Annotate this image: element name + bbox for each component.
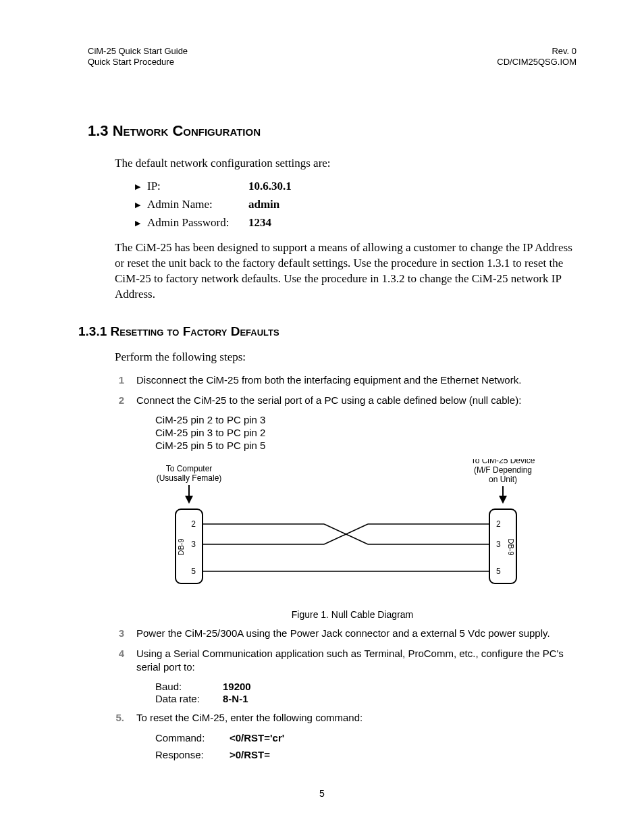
fig-pin: 5 bbox=[191, 567, 196, 576]
triangle-icon: ▶ bbox=[135, 183, 140, 190]
pin-line: CiM-25 pin 5 to PC pin 5 bbox=[155, 440, 576, 452]
step-number: 1 bbox=[115, 373, 124, 387]
steps-list: 1 Disconnect the CiM-25 from both the in… bbox=[115, 373, 576, 408]
serial-row: Baud: 19200 bbox=[155, 681, 576, 692]
step-item: 2 Connect the CiM-25 to the serial port … bbox=[115, 394, 576, 407]
section-body: The default network configuration settin… bbox=[115, 156, 576, 303]
step-item: 4 Using a Serial Communication applicati… bbox=[115, 647, 576, 675]
defaults-list: ▶ IP: 10.6.30.1 ▶ Admin Name: admin ▶ Ad… bbox=[135, 179, 576, 231]
fig-pin: 5 bbox=[496, 567, 501, 576]
fig-left-label-2: (Ususally Female) bbox=[157, 473, 222, 483]
default-value: admin bbox=[248, 197, 279, 213]
section-number: 1.3 bbox=[88, 122, 109, 139]
fig-left-label-1: To Computer bbox=[166, 464, 213, 473]
svg-marker-3 bbox=[499, 496, 507, 504]
header-right-line2: CD/CIM25QSG.IOM bbox=[497, 57, 576, 67]
subsection-intro: Perform the following steps: bbox=[115, 350, 576, 365]
steps-list-cont2: 5. To reset the CiM-25, enter the follow… bbox=[115, 711, 576, 725]
serial-settings-block: Baud: 19200 Data rate: 8-N-1 bbox=[155, 681, 576, 704]
fig-right-label-2: (M/F Depending bbox=[474, 465, 532, 475]
section-paragraph: The CiM-25 has been designed to support … bbox=[115, 240, 576, 303]
command-label: Command: bbox=[155, 732, 230, 744]
null-cable-diagram: To Computer (Ususally Female) To CiM-25 … bbox=[128, 459, 547, 594]
subsection-body: Perform the following steps: bbox=[115, 350, 576, 365]
serial-value: 19200 bbox=[223, 681, 251, 692]
step-item: 3 Power the CiM-25/300A using the Power … bbox=[115, 627, 576, 640]
pin-mapping-block: CiM-25 pin 2 to PC pin 3 CiM-25 pin 3 to… bbox=[155, 414, 576, 452]
page-header: CiM-25 Quick Start Guide Quick Start Pro… bbox=[88, 46, 576, 68]
default-value: 10.6.30.1 bbox=[248, 179, 292, 194]
section-heading: 1.3 Network Configuration bbox=[88, 122, 576, 140]
header-left: CiM-25 Quick Start Guide Quick Start Pro… bbox=[88, 46, 188, 68]
list-item: ▶ Admin Name: admin bbox=[135, 197, 576, 213]
step-number: 2 bbox=[115, 394, 124, 407]
figure-null-cable: To Computer (Ususally Female) To CiM-25 … bbox=[128, 459, 576, 620]
serial-label: Baud: bbox=[155, 681, 223, 692]
step-number: 3 bbox=[115, 627, 124, 640]
fig-db9-right: DB-9 bbox=[507, 538, 515, 555]
header-right-line1: Rev. 0 bbox=[552, 46, 576, 56]
default-label: IP: bbox=[147, 179, 242, 194]
command-value: >0/RST= bbox=[230, 749, 270, 760]
default-label: Admin Name: bbox=[147, 197, 242, 213]
fig-pin: 2 bbox=[191, 519, 196, 529]
pin-line: CiM-25 pin 2 to PC pin 3 bbox=[155, 414, 576, 427]
command-value: <0/RST='cr' bbox=[230, 732, 284, 744]
default-label: Admin Password: bbox=[147, 215, 242, 231]
fig-pin: 2 bbox=[496, 519, 501, 529]
default-value: 1234 bbox=[248, 215, 271, 231]
serial-value: 8-N-1 bbox=[223, 693, 248, 704]
subsection-title: Resetting to Factory Defaults bbox=[111, 324, 279, 338]
step-text: Disconnect the CiM-25 from both the inte… bbox=[136, 373, 576, 387]
serial-row: Data rate: 8-N-1 bbox=[155, 693, 576, 704]
triangle-icon: ▶ bbox=[135, 201, 140, 209]
figure-caption: Figure 1. Null Cable Diagram bbox=[128, 609, 576, 620]
step-text: To reset the CiM-25, enter the following… bbox=[136, 711, 576, 725]
command-label: Response: bbox=[155, 749, 230, 760]
step-number: 5. bbox=[115, 711, 124, 725]
serial-label: Data rate: bbox=[155, 693, 223, 704]
step-text: Power the CiM-25/300A using the Power Ja… bbox=[136, 627, 576, 640]
header-left-line1: CiM-25 Quick Start Guide bbox=[88, 46, 188, 56]
step-number: 4 bbox=[115, 647, 124, 675]
list-item: ▶ IP: 10.6.30.1 bbox=[135, 179, 576, 194]
section-intro: The default network configuration settin… bbox=[115, 156, 576, 172]
header-right: Rev. 0 CD/CIM25QSG.IOM bbox=[497, 46, 576, 68]
fig-pin: 3 bbox=[496, 540, 501, 549]
pin-line: CiM-25 pin 3 to PC pin 2 bbox=[155, 427, 576, 440]
command-row: Response: >0/RST= bbox=[155, 749, 576, 760]
command-row: Command: <0/RST='cr' bbox=[155, 732, 576, 744]
page-number: 5 bbox=[0, 788, 644, 799]
triangle-icon: ▶ bbox=[135, 219, 140, 227]
fig-db9-left: DB-9 bbox=[177, 538, 185, 555]
header-left-line2: Quick Start Procedure bbox=[88, 57, 174, 67]
step-text: Connect the CiM-25 to the serial port of… bbox=[136, 394, 576, 407]
command-block: Command: <0/RST='cr' Response: >0/RST= bbox=[155, 732, 576, 760]
svg-marker-1 bbox=[185, 496, 193, 504]
section-title: Network Configuration bbox=[113, 122, 261, 139]
list-item: ▶ Admin Password: 1234 bbox=[135, 215, 576, 231]
step-text: Using a Serial Communication application… bbox=[136, 647, 576, 675]
step-item: 1 Disconnect the CiM-25 from both the in… bbox=[115, 373, 576, 387]
steps-list-cont: 3 Power the CiM-25/300A using the Power … bbox=[115, 627, 576, 675]
step-item: 5. To reset the CiM-25, enter the follow… bbox=[115, 711, 576, 725]
fig-right-label-3: on Unit) bbox=[489, 475, 517, 484]
subsection-heading: 1.3.1 Resetting to Factory Defaults bbox=[78, 324, 576, 339]
subsection-number: 1.3.1 bbox=[78, 324, 107, 338]
fig-right-label-1: To CiM-25 Device bbox=[471, 459, 535, 465]
page: CiM-25 Quick Start Guide Quick Start Pro… bbox=[0, 0, 644, 834]
fig-pin: 3 bbox=[191, 540, 196, 549]
